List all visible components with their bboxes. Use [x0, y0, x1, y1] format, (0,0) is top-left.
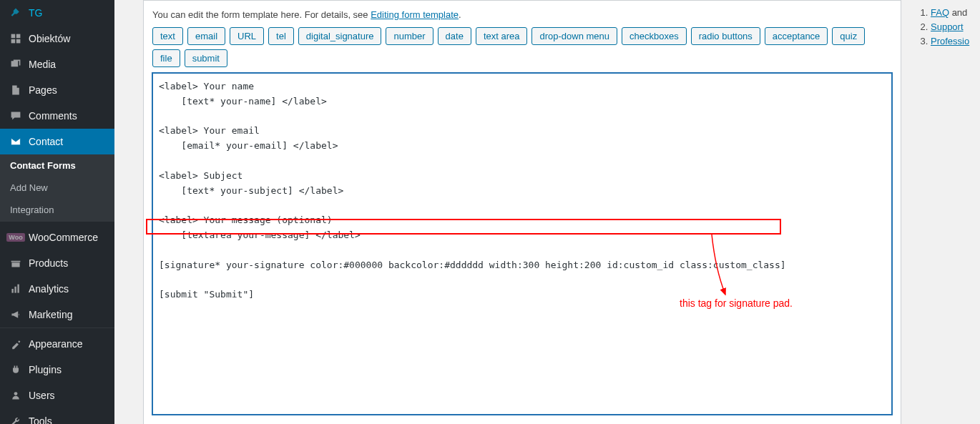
svg-rect-1 — [16, 34, 21, 39]
sidebar-item-label: Users — [29, 390, 55, 401]
sidebar-item-label: Appearance — [29, 338, 83, 350]
marketing-icon — [9, 307, 23, 322]
sidebar-item-appearance[interactable]: Appearance — [0, 331, 114, 357]
sidebar-sub-contact-forms[interactable]: Contact Forms — [0, 154, 114, 177]
sidebar-item-tools[interactable]: Tools — [0, 408, 114, 424]
tag-generator-row: textemailURLteldigital_signaturenumberda… — [152, 27, 892, 67]
tag-btn-number[interactable]: number — [386, 27, 433, 45]
svg-rect-5 — [11, 289, 13, 293]
plugins-icon — [9, 363, 23, 377]
sidebar-item-obiektow[interactable]: Obiektów — [0, 26, 114, 51]
professional-link[interactable]: Professio — [931, 36, 969, 46]
appearance-icon — [9, 337, 23, 351]
tag-btn-text[interactable]: text — [152, 27, 183, 45]
right-help-panel: FAQ and Support Professio — [912, 0, 980, 424]
annotation-label: this tag for signature pad. — [680, 297, 793, 309]
sidebar-item-label: Contact — [29, 136, 63, 147]
analytics-icon — [9, 282, 23, 296]
mail-icon — [9, 134, 23, 149]
sidebar-item-contact[interactable]: Contact — [0, 129, 114, 154]
svg-rect-2 — [11, 39, 16, 44]
tag-btn-email[interactable]: email — [187, 27, 225, 45]
tag-btn-radio-buttons[interactable]: radio buttons — [691, 27, 760, 45]
comment-icon — [9, 109, 23, 123]
tag-btn-date[interactable]: date — [438, 27, 471, 45]
sidebar-item-label: Analytics — [29, 283, 69, 295]
sidebar-item-users[interactable]: Users — [0, 383, 114, 408]
tag-btn-submit[interactable]: submit — [185, 49, 227, 67]
pin-icon — [9, 6, 23, 20]
svg-rect-7 — [17, 285, 19, 293]
sidebar-item-media[interactable]: Media — [0, 51, 114, 77]
tag-btn-file[interactable]: file — [152, 49, 180, 67]
sidebar-item-label: WooCommerce — [29, 232, 98, 243]
faq-link[interactable]: FAQ — [931, 7, 949, 18]
page-icon — [9, 83, 23, 97]
tag-btn-acceptance[interactable]: acceptance — [765, 27, 828, 45]
sidebar-item-label: Marketing — [29, 309, 72, 320]
svg-rect-0 — [11, 34, 16, 39]
tag-btn-quiz[interactable]: quiz — [832, 27, 865, 45]
sidebar-item-analytics[interactable]: Analytics — [0, 276, 114, 302]
tag-btn-checkboxes[interactable]: checkboxes — [622, 27, 687, 45]
woo-icon: Woo — [9, 230, 23, 245]
sidebar-item-tg[interactable]: TG — [0, 0, 114, 26]
svg-rect-3 — [16, 39, 21, 44]
form-template-editor[interactable] — [152, 73, 892, 415]
tag-btn-text-area[interactable]: text area — [476, 27, 528, 45]
tools-icon — [9, 414, 23, 424]
blocks-icon — [9, 31, 23, 46]
media-icon — [9, 57, 23, 72]
svg-point-4 — [13, 63, 14, 64]
main-content: You can edit the form template here. For… — [129, 0, 916, 424]
sidebar-sub-integration[interactable]: Integration — [0, 199, 114, 221]
sidebar-item-woocommerce[interactable]: Woo WooCommerce — [0, 225, 114, 250]
sidebar-item-plugins[interactable]: Plugins — [0, 357, 114, 383]
sidebar-item-comments[interactable]: Comments — [0, 103, 114, 129]
form-editor-panel: You can edit the form template here. For… — [143, 0, 901, 424]
support-link[interactable]: Support — [931, 21, 964, 32]
sidebar-item-label: Obiektów — [29, 33, 70, 44]
sidebar-sub-add-new[interactable]: Add New — [0, 177, 114, 199]
sidebar-item-label: Pages — [29, 84, 57, 96]
tag-btn-digital-signature[interactable]: digital_signature — [298, 27, 382, 45]
sidebar-item-pages[interactable]: Pages — [0, 77, 114, 103]
tag-btn-URL[interactable]: URL — [230, 27, 264, 45]
sidebar-item-products[interactable]: Products — [0, 250, 114, 276]
users-icon — [9, 388, 23, 403]
svg-rect-6 — [14, 287, 16, 293]
tag-btn-tel[interactable]: tel — [268, 27, 294, 45]
sidebar-item-label: Tools — [29, 415, 52, 424]
sidebar-item-label: Products — [29, 257, 68, 269]
products-icon — [9, 256, 23, 270]
tag-btn-drop-down-menu[interactable]: drop-down menu — [531, 27, 617, 45]
sidebar-item-label: TG — [29, 7, 42, 19]
sidebar-item-label: Comments — [29, 110, 77, 122]
sidebar-item-marketing[interactable]: Marketing — [0, 302, 114, 327]
editing-template-link[interactable]: Editing form template — [371, 9, 459, 20]
svg-point-8 — [14, 392, 18, 395]
intro-text: You can edit the form template here. For… — [152, 9, 892, 20]
admin-sidebar: TG Obiektów Media Pages Comments Contact… — [0, 0, 114, 424]
sidebar-item-label: Plugins — [29, 364, 62, 375]
sidebar-item-label: Media — [29, 59, 56, 70]
